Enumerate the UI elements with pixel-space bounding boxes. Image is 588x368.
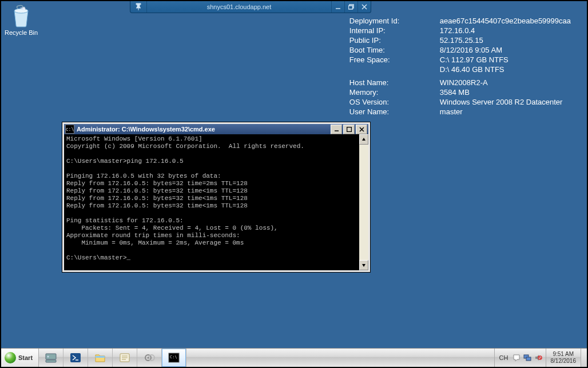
tray-volume-icon[interactable]	[534, 354, 542, 362]
info-value: 172.16.0.4	[440, 26, 575, 35]
cmd-titlebar[interactable]: c:\ Administrator: C:\Windows\system32\c…	[64, 124, 368, 134]
info-key: Public IP:	[349, 35, 440, 45]
rdp-host-label: shnycs01.cloudapp.net	[147, 3, 331, 10]
info-key: Boot Time:	[349, 45, 440, 55]
tray-action-center-icon[interactable]	[512, 354, 521, 362]
rdp-minimize-button[interactable]	[331, 1, 344, 13]
taskbar-spacer	[186, 349, 494, 367]
server-manager-icon	[45, 351, 57, 364]
svg-rect-5	[46, 360, 56, 362]
info-row: Boot Time:8/12/2016 9:05 AM	[349, 45, 575, 55]
info-value: 8/12/2016 9:05 AM	[440, 45, 575, 55]
taskbar-event-viewer[interactable]	[113, 349, 137, 367]
info-key: User Name:	[349, 107, 440, 117]
scroll-down-button[interactable]	[359, 260, 368, 270]
desktop-info: Deployment Id:aeae67c15445407c9e2beabe59…	[349, 16, 575, 117]
scroll-up-button[interactable]	[359, 134, 368, 145]
recycle-bin[interactable]: Recycle Bin	[4, 4, 38, 36]
info-value: master	[440, 107, 567, 117]
info-row: OS Version:Windows Server 2008 R2 Datace…	[349, 97, 567, 107]
windows-orb-icon	[5, 352, 16, 363]
info-value: 52.175.25.15	[440, 35, 575, 45]
cmd-close-button[interactable]	[356, 125, 367, 134]
cmd-minimize-button[interactable]	[331, 125, 342, 134]
taskbar-server-manager[interactable]	[39, 349, 63, 367]
taskbar-clock[interactable]: 9:51 AM 8/12/2016	[546, 349, 581, 367]
cmd-window[interactable]: c:\ Administrator: C:\Windows\system32\c…	[62, 122, 370, 272]
info-row: Free Space:C:\ 112.97 GB NTFS D:\ 46.40 …	[349, 55, 575, 74]
svg-point-6	[47, 356, 49, 358]
show-desktop-button[interactable]	[581, 349, 587, 367]
cmd-output[interactable]: Microsoft Windows [Version 6.1.7601] Cop…	[64, 134, 359, 270]
start-button[interactable]: Start	[1, 349, 39, 367]
info-key: Internal IP:	[349, 26, 440, 35]
system-tray[interactable]: CH	[494, 349, 546, 367]
info-key: Memory:	[349, 87, 440, 97]
svg-point-12	[148, 357, 149, 359]
rdp-close-button[interactable]	[357, 1, 371, 13]
scroll-track[interactable]	[359, 145, 368, 260]
cmd-title-text: Administrator: C:\Windows\system32\cmd.e…	[77, 126, 331, 133]
info-key: Host Name:	[349, 78, 440, 87]
services-icon	[143, 351, 156, 364]
info-row: Public IP:52.175.25.15	[349, 35, 575, 45]
cmd-icon: c:\	[65, 125, 74, 134]
info-value: Windows Server 2008 R2 Datacenter	[440, 97, 567, 107]
taskbar: Start C:\ CH 9:51 AM 8/12/2016	[1, 348, 587, 367]
info-key: Free Space:	[349, 55, 440, 74]
rdp-connection-bar[interactable]: shnycs01.cloudapp.net	[130, 1, 371, 13]
svg-rect-2	[349, 6, 353, 9]
cmd-maximize-button[interactable]	[343, 125, 355, 134]
cmd-taskbar-icon: C:\	[168, 351, 180, 364]
info-value: aeae67c15445407c9e2beabe59999caa	[440, 16, 575, 26]
svg-point-0	[14, 9, 28, 13]
info-value: 3584 MB	[440, 87, 567, 97]
powershell-icon	[69, 351, 82, 364]
info-row: Internal IP:172.16.0.4	[349, 26, 575, 35]
taskbar-explorer[interactable]	[88, 349, 113, 367]
info-key: OS Version:	[349, 97, 440, 107]
svg-rect-3	[347, 127, 351, 131]
taskbar-services[interactable]	[137, 349, 162, 367]
clock-time: 9:51 AM	[553, 351, 574, 358]
rdp-restore-button[interactable]	[344, 1, 357, 13]
svg-rect-8	[96, 356, 105, 358]
info-value: C:\ 112.97 GB NTFS D:\ 46.40 GB NTFS	[440, 55, 575, 74]
info-row: User Name:master	[349, 107, 567, 117]
pin-icon	[134, 3, 142, 11]
info-row: Memory:3584 MB	[349, 87, 567, 97]
cmd-scrollbar[interactable]	[359, 134, 368, 270]
svg-text:C:\: C:\	[170, 355, 177, 359]
info-row: Host Name:WIN2008R2-A	[349, 78, 567, 87]
taskbar-cmd[interactable]: C:\	[162, 349, 186, 367]
clock-date: 8/12/2016	[551, 358, 577, 365]
taskbar-powershell[interactable]	[63, 349, 88, 367]
info-value: WIN2008R2-A	[440, 78, 567, 87]
info-row: Deployment Id:aeae67c15445407c9e2beabe59…	[349, 16, 575, 26]
start-label: Start	[18, 354, 33, 361]
info-key: Deployment Id:	[349, 16, 440, 26]
explorer-icon	[94, 351, 106, 364]
rdp-pin-button[interactable]	[130, 1, 147, 13]
tray-network-icon[interactable]	[523, 354, 531, 362]
recycle-bin-icon	[10, 4, 33, 28]
svg-rect-16	[526, 357, 531, 361]
event-viewer-icon	[118, 351, 131, 364]
recycle-bin-label: Recycle Bin	[4, 29, 38, 36]
language-indicator[interactable]: CH	[498, 354, 510, 361]
